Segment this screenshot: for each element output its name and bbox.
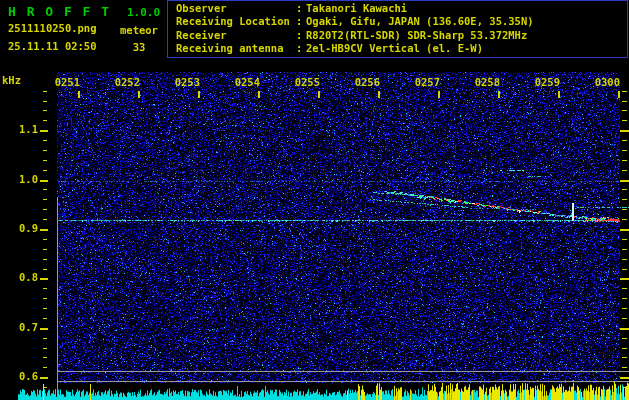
frequency-unit-label: kHz (2, 74, 21, 86)
station-field-value: 2el-HB9CV Vertical (el. E-W) (306, 42, 483, 54)
time-label-0255: 0255 (292, 76, 320, 88)
time-label-0254: 0254 (232, 76, 260, 88)
station-info-row: Observer:Takanori Kawachi (168, 2, 627, 15)
station-field-value: R820T2(RTL-SDR) SDR-Sharp 53.372MHz (306, 29, 527, 41)
time-label-0252: 0252 (112, 76, 140, 88)
app-title: H R O F F T (8, 4, 111, 19)
station-field-label: Receiving Location (176, 15, 296, 28)
freq-label-1.0: 1.0 (8, 174, 38, 185)
hrofft-output-screen: H R O F F T 1.0.0 2511110250.png meteor … (0, 0, 629, 400)
station-field-label: Observer (176, 2, 296, 15)
station-field-separator: : (296, 42, 306, 55)
station-info-row: Receiving Location:Ogaki, Gifu, JAPAN (1… (168, 15, 627, 28)
time-label-0257: 0257 (412, 76, 440, 88)
time-label-0256: 0256 (352, 76, 380, 88)
station-field-value: Takanori Kawachi (306, 2, 407, 14)
freq-label-1.1: 1.1 (8, 124, 38, 135)
station-info-box: Observer:Takanori KawachiReceiving Locat… (167, 0, 628, 58)
station-info-row: Receiver:R820T2(RTL-SDR) SDR-Sharp 53.37… (168, 29, 627, 42)
spectrogram-canvas (0, 0, 629, 400)
station-field-separator: : (296, 2, 306, 15)
observation-datetime: 25.11.11 02:50 (8, 40, 97, 52)
station-field-label: Receiver (176, 29, 296, 42)
output-filename: 2511110250.png (8, 22, 97, 34)
time-label-0300: 0300 (592, 76, 620, 88)
freq-label-0.7: 0.7 (8, 322, 38, 333)
echo-count: 33 (124, 41, 154, 53)
time-label-0258: 0258 (472, 76, 500, 88)
time-label-0259: 0259 (532, 76, 560, 88)
time-label-0251: 0251 (52, 76, 80, 88)
app-version: 1.0.0 (127, 6, 160, 19)
station-info-row: Receiving antenna:2el-HB9CV Vertical (el… (168, 42, 627, 55)
observation-mode-label: meteor (120, 24, 158, 36)
station-field-label: Receiving antenna (176, 42, 296, 55)
freq-label-0.9: 0.9 (8, 223, 38, 234)
time-label-0253: 0253 (172, 76, 200, 88)
freq-label-0.6: 0.6 (8, 371, 38, 382)
station-field-separator: : (296, 15, 306, 28)
station-field-separator: : (296, 29, 306, 42)
freq-label-0.8: 0.8 (8, 272, 38, 283)
station-field-value: Ogaki, Gifu, JAPAN (136.60E, 35.35N) (306, 15, 534, 27)
